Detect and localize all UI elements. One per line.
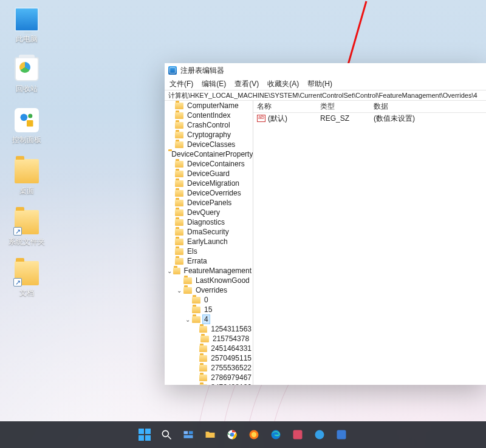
desktop-icon-control-panel[interactable]: 控制面板 [4, 108, 50, 145]
tree-node-label: 0 [203, 296, 210, 304]
tree-node-label: 215754378 [211, 334, 250, 343]
tree-node[interactable]: ›DevicePanels [165, 198, 253, 208]
tree-node-label: 2786979467 [210, 373, 253, 382]
col-type[interactable]: 类型 [320, 101, 374, 112]
desktop-icon-recycle-bin[interactable]: 回收站 [4, 57, 50, 94]
folder-icon [173, 268, 180, 274]
tree-node-label: DmaSecurity [186, 228, 230, 236]
chevron-down-icon[interactable]: ⌄ [166, 268, 172, 274]
address-bar[interactable]: 计算机\HKEY_LOCAL_MACHINE\SYSTEM\CurrentCon… [165, 90, 486, 101]
tree-node-label: 2451464331 [210, 344, 253, 353]
app-button-2[interactable] [312, 427, 327, 443]
tree-pane[interactable]: ›ComputerName›ContentIndex›CrashControl›… [165, 101, 253, 385]
menu-fav[interactable]: 收藏夹(A) [267, 79, 299, 89]
start-button[interactable] [137, 427, 152, 443]
chevron-down-icon[interactable]: ⌄ [176, 287, 182, 294]
menu-view[interactable]: 查看(V) [234, 79, 259, 89]
svg-rect-14 [293, 430, 303, 440]
col-data[interactable]: 数据 [374, 101, 486, 112]
folder-icon [183, 287, 192, 294]
tree-node[interactable]: ›215754378 [165, 334, 253, 344]
menu-file[interactable]: 文件(F) [169, 79, 193, 89]
chevron-down-icon[interactable]: ⌄ [184, 316, 191, 323]
svg-rect-16 [337, 430, 346, 440]
tree-node[interactable]: ›Errata [165, 256, 253, 266]
tree-node[interactable]: ›DevQuery [165, 208, 253, 217]
value-row[interactable]: (默认) REG_SZ (数值未设置) [253, 113, 486, 124]
chrome-button[interactable] [224, 427, 240, 443]
globe-icon [248, 429, 260, 441]
icon-label: 桌面 [4, 186, 50, 196]
edge-button[interactable] [268, 427, 284, 443]
desktop-icon-folder-3[interactable]: ↗ 文档 [4, 261, 50, 298]
tree-node[interactable]: ›Cryptography [165, 130, 253, 140]
tree-node[interactable]: ›DmaSecurity [165, 227, 253, 237]
tree-node[interactable]: ›DeviceOverrides [165, 188, 253, 198]
tree-node[interactable]: ⌄Overrides [165, 285, 253, 295]
folder-icon [192, 297, 200, 304]
desktop-icon-folder-2[interactable]: ↗ 系统文件夹 [4, 210, 50, 247]
tree-node[interactable]: ›Els [165, 246, 253, 256]
col-name[interactable]: 名称 [253, 101, 320, 112]
explorer-button[interactable] [202, 427, 218, 443]
titlebar[interactable]: 注册表编辑器 [165, 63, 486, 78]
tree-node[interactable]: ›2451464331 [165, 344, 253, 353]
app-button-1[interactable] [290, 427, 306, 443]
tree-node-label: FeatureManagement [183, 266, 253, 275]
tree-node[interactable]: ›3476428106 [165, 382, 253, 385]
tree-node[interactable]: ›DeviceContainerPropertyUpda [165, 149, 253, 159]
tree-node-label: Diagnostics [186, 218, 226, 226]
folder-icon [175, 112, 183, 119]
tree-node[interactable]: ›Diagnostics [165, 217, 253, 227]
tree-node[interactable]: ›DeviceClasses [165, 140, 253, 149]
tree-node[interactable]: ›2755536522 [165, 363, 253, 373]
tree-node-label: DeviceOverrides [186, 189, 242, 197]
tree-node-label: 4 [203, 315, 210, 324]
browser2-button[interactable] [246, 427, 262, 443]
desktop-icon-folder-1[interactable]: 桌面 [4, 159, 50, 196]
folder-icon [175, 190, 183, 197]
tree-node[interactable]: ›ContentIndex [165, 110, 253, 120]
search-button[interactable] [159, 427, 174, 443]
svg-rect-7 [189, 431, 193, 434]
tree-node[interactable]: ›DeviceContainers [165, 159, 253, 169]
svg-point-4 [162, 430, 168, 436]
tree-node[interactable]: ›DeviceMigration [165, 178, 253, 188]
icon-label: 回收站 [4, 84, 50, 94]
folder-icon [199, 355, 207, 362]
tree-node[interactable]: ›2570495115 [165, 353, 253, 363]
tree-node[interactable]: ›ComputerName [165, 101, 253, 110]
folder-icon [175, 229, 183, 236]
tree-node-label: DeviceClasses [186, 140, 236, 149]
tree-node[interactable]: ›15 [165, 305, 253, 314]
tree-node-label: Overrides [194, 286, 228, 294]
icon-label: 文档 [4, 288, 50, 298]
tree-node[interactable]: ›1254311563 [165, 324, 253, 334]
menu-edit[interactable]: 编辑(E) [202, 79, 226, 89]
app-icon [313, 429, 326, 441]
value-data: (数值未设置) [374, 114, 486, 124]
value-type: REG_SZ [320, 114, 374, 123]
tree-node[interactable]: ›0 [165, 295, 253, 305]
taskbar [0, 421, 486, 448]
tree-node[interactable]: ⌄FeatureManagement [165, 266, 253, 276]
search-icon [160, 429, 173, 441]
tree-node[interactable]: ⌄4 [165, 314, 253, 324]
tree-node[interactable]: ›DeviceGuard [165, 169, 253, 178]
taskview-button[interactable] [180, 427, 196, 443]
desktop-icon-this-pc[interactable]: 此电脑 [4, 7, 50, 44]
folder-icon [175, 103, 183, 109]
svg-point-15 [315, 430, 324, 440]
folder-icon [175, 171, 183, 177]
values-pane[interactable]: 名称 类型 数据 (默认) REG_SZ (数值未设置) [253, 101, 486, 385]
tree-node[interactable]: ›2786979467 [165, 373, 253, 382]
app-button-3[interactable] [334, 427, 349, 443]
desktop: 此电脑 回收站 控制面板 桌面 ↗ 系统文件夹 ↗ 文档 注册表编辑器 文件(F… [0, 0, 486, 448]
menu-help[interactable]: 帮助(H) [307, 79, 332, 89]
tree-node[interactable]: ›CrashControl [165, 120, 253, 130]
folder-icon [199, 326, 207, 333]
tree-node[interactable]: ›EarlyLaunch [165, 237, 253, 246]
tree-node[interactable]: ›LastKnownGood [165, 276, 253, 285]
svg-point-12 [252, 432, 256, 437]
tree-node-label: LastKnownGood [194, 276, 251, 285]
